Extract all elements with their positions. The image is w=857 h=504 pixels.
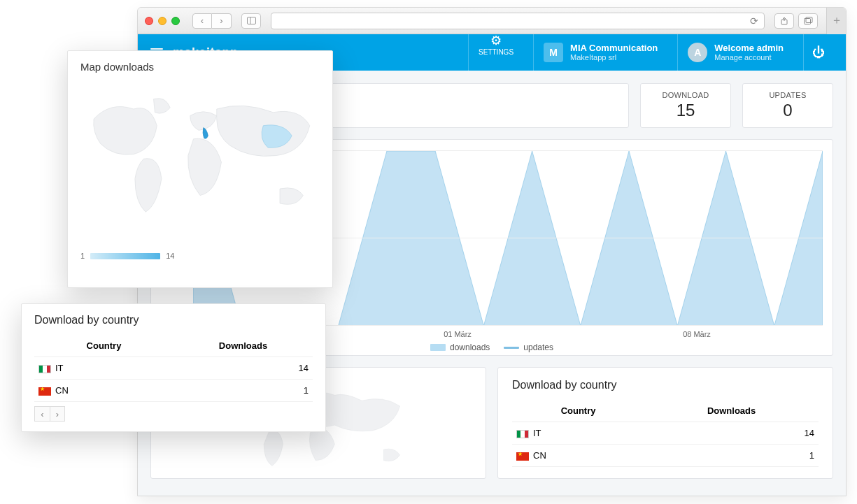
pager-next-button[interactable]: › (50, 406, 65, 422)
account-menu[interactable]: A Welcome admin Manage account (677, 34, 793, 71)
table-row: CN1 (512, 445, 819, 467)
forward-button[interactable]: › (212, 13, 232, 29)
x-tick-1: 01 März (444, 330, 472, 338)
window-controls (145, 17, 180, 25)
scale-bar (90, 253, 160, 259)
org-avatar: M (544, 43, 563, 62)
download-stat-value: 15 (653, 101, 718, 120)
country-downloads-table: Country Downloads IT14CN1 (34, 335, 313, 402)
col-downloads: Downloads (173, 335, 313, 357)
card-title: Download by country (512, 379, 819, 391)
legend-updates: updates (504, 343, 553, 352)
manage-account-link: Manage account (714, 53, 784, 62)
download-by-country-panel: Download by country Country Downloads IT… (21, 303, 326, 432)
downloads-cell: 14 (173, 357, 313, 380)
share-icon (780, 17, 788, 25)
settings-label: SETTINGS (479, 48, 514, 56)
x-tick-2: 08 März (683, 330, 711, 338)
address-bar[interactable]: ⟳ (271, 13, 765, 29)
svg-rect-3 (804, 19, 810, 24)
nav-back-forward: ‹ › (192, 13, 232, 29)
country-cell: CN (34, 380, 173, 402)
col-country: Country (512, 400, 644, 422)
map-scale: 1 14 (80, 252, 320, 260)
country-it[interactable] (203, 128, 208, 139)
flag-icon (38, 387, 51, 396)
downloads-cell: 1 (173, 380, 313, 402)
table-row: IT14 (34, 357, 313, 380)
legend-downloads: downloads (430, 343, 490, 352)
downloads-cell: 1 (644, 445, 819, 467)
tabs-icon (804, 17, 813, 24)
org-name: MIA Communication (570, 43, 658, 54)
org-switcher[interactable]: M MIA Communication MakeItapp srl (533, 34, 667, 71)
minimize-window-button[interactable] (158, 17, 167, 25)
downloads-cell: 14 (644, 422, 819, 445)
download-stat: DOWNLOAD 15 (640, 83, 731, 128)
tabs-button[interactable] (798, 13, 818, 29)
panel-icon (247, 17, 256, 24)
flag-icon (38, 365, 51, 373)
sidebar-toggle-button[interactable] (241, 13, 261, 29)
browser-toolbar: ‹ › ⟳ ＋ (138, 8, 846, 34)
updates-stat: UPDATES 0 (742, 83, 833, 128)
flag-icon (516, 430, 529, 438)
reload-icon[interactable]: ⟳ (750, 15, 758, 27)
svg-rect-0 (247, 17, 255, 24)
download-by-country-card: Download by country Country Downloads IT… (497, 367, 833, 479)
panel-title: Map downloads (80, 61, 320, 73)
maximize-window-button[interactable] (171, 17, 180, 25)
panel-title: Download by country (34, 314, 313, 326)
user-avatar: A (688, 43, 707, 62)
welcome-text: Welcome admin (714, 43, 784, 54)
legend-swatch-icon (430, 344, 446, 351)
scale-max: 14 (166, 252, 174, 260)
new-tab-button[interactable]: ＋ (826, 8, 846, 34)
country-downloads-table: Country Downloads IT14CN1 (512, 400, 819, 467)
settings-button[interactable]: ⚙ SETTINGS (468, 34, 523, 71)
col-country: Country (34, 335, 173, 357)
table-row: IT14 (512, 422, 819, 445)
close-window-button[interactable] (145, 17, 153, 25)
flag-icon (516, 452, 529, 461)
logout-button[interactable]: ⏻ (812, 45, 825, 60)
updates-stat-value: 0 (756, 101, 820, 120)
download-stat-label: DOWNLOAD (653, 91, 718, 99)
country-cell: CN (512, 445, 644, 467)
back-button[interactable]: ‹ (192, 13, 212, 29)
gear-icon: ⚙ (490, 34, 502, 47)
col-downloads: Downloads (644, 400, 819, 422)
table-pager: ‹ › (34, 406, 313, 422)
share-button[interactable] (774, 13, 794, 29)
org-subtitle: MakeItapp srl (570, 53, 658, 62)
scale-min: 1 (80, 252, 85, 260)
world-map[interactable] (80, 78, 320, 246)
updates-stat-label: UPDATES (756, 91, 820, 99)
pager-prev-button[interactable]: ‹ (34, 406, 50, 422)
country-cell: IT (34, 357, 173, 380)
legend-swatch-icon (504, 347, 519, 349)
svg-rect-4 (806, 17, 812, 23)
country-cell: IT (512, 422, 644, 445)
map-downloads-panel: Map downloads 1 14 (67, 50, 333, 288)
table-row: CN1 (34, 380, 313, 402)
